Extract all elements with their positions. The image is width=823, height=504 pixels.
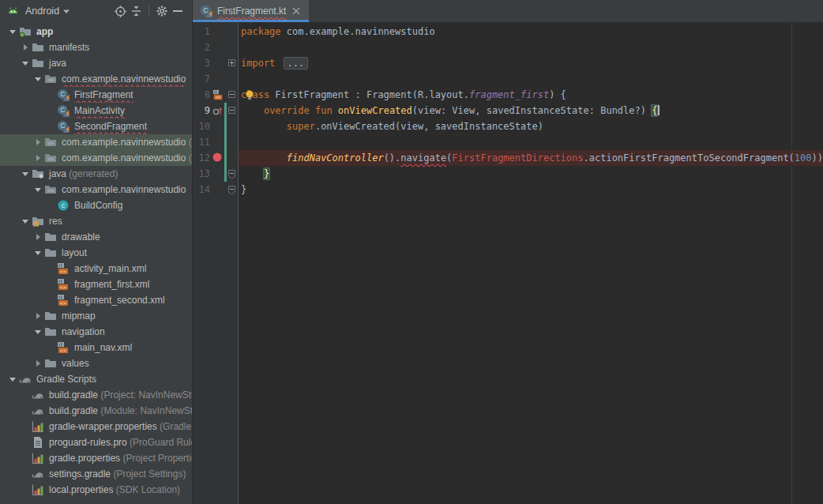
xml-icon: <>: [57, 294, 71, 307]
code-text[interactable]: findNavController().navigate(FirstFragme…: [239, 150, 823, 166]
tree-item-gradle-scripts[interactable]: Gradle Scripts: [0, 371, 192, 387]
tree-item-com-example-navinnewstudio[interactable]: com.example.navinnewstudio: [0, 71, 192, 87]
gutter-slot: [210, 24, 226, 39]
chevron-expanded-icon[interactable]: [32, 245, 44, 261]
tree-item-drawable[interactable]: drawable: [0, 229, 192, 245]
intention-bulb-icon[interactable]: [244, 89, 255, 100]
code-text[interactable]: [239, 39, 823, 55]
chevron-expanded-icon[interactable]: [32, 182, 44, 197]
fold-marker[interactable]: [226, 55, 239, 71]
chevron-expanded-icon[interactable]: [32, 71, 44, 87]
gradle-icon: [32, 389, 46, 401]
chevron-expanded-icon[interactable]: [6, 24, 19, 39]
fold-marker[interactable]: [226, 182, 239, 197]
tree-item-fragment-second-xml[interactable]: <>fragment_second.xml: [0, 292, 192, 308]
chevron-collapsed-icon[interactable]: [32, 150, 44, 166]
folder-icon: [44, 325, 58, 338]
code-line-14[interactable]: 14}: [193, 182, 823, 197]
chevron-expanded-icon[interactable]: [6, 371, 19, 387]
line-number: 12: [193, 150, 210, 166]
project-view-selector[interactable]: Android: [25, 6, 59, 17]
code-editor[interactable]: 1package com.example.navinnewstudio23imp…: [193, 22, 823, 504]
chevron-collapsed-icon[interactable]: [32, 229, 44, 245]
chevron-expanded-icon[interactable]: [19, 166, 32, 182]
code-text[interactable]: }: [239, 166, 823, 182]
tree-item-com-example-navinnewstudio[interactable]: com.example.navinnewstudio (: [0, 134, 192, 150]
fold-marker[interactable]: [226, 87, 239, 103]
tree-item-values[interactable]: values: [0, 355, 192, 371]
tree-item-gradle-wrapper-properties[interactable]: gradle-wrapper.properties (Gradle V: [0, 419, 192, 434]
code-text[interactable]: super.onViewCreated(view, savedInstanceS…: [239, 118, 823, 134]
line-number: 11: [193, 134, 210, 150]
fold-marker[interactable]: [226, 166, 239, 182]
line-number: 14: [193, 182, 210, 197]
code-line-10[interactable]: 10 super.onViewCreated(view, savedInstan…: [193, 118, 823, 134]
chevron-collapsed-icon[interactable]: [32, 134, 44, 150]
code-line-3[interactable]: 3import ...: [193, 55, 823, 71]
code-line-11[interactable]: 11: [193, 134, 823, 150]
chevron-collapsed-icon[interactable]: [32, 308, 44, 324]
tab-label: FirstFragment.kt: [217, 6, 286, 17]
chevron-collapsed-icon[interactable]: [32, 355, 44, 371]
code-line-7[interactable]: 7: [193, 71, 823, 87]
chevron-expanded-icon[interactable]: [19, 55, 32, 71]
tree-item-settings-gradle[interactable]: settings.gradle (Project Settings): [0, 466, 192, 482]
tree-item-res[interactable]: res: [0, 213, 192, 229]
tree-item-main-nav-xml[interactable]: <>main_nav.xml: [0, 340, 192, 355]
tree-item-java[interactable]: java (generated): [0, 166, 192, 182]
code-line-9[interactable]: 9 override fun onViewCreated(view: View,…: [193, 103, 823, 118]
close-tab-icon[interactable]: [291, 6, 302, 17]
code-line-13[interactable]: 13 }: [193, 166, 823, 182]
tree-item-java[interactable]: java: [0, 55, 192, 71]
folder-app-icon: [19, 25, 33, 38]
no-arrow: [44, 276, 57, 292]
tree-item-layout[interactable]: layout: [0, 245, 192, 261]
tree-item-build-gradle[interactable]: build.gradle (Project: NavInNewStu: [0, 387, 192, 403]
code-text[interactable]: }: [239, 182, 823, 197]
code-text[interactable]: override fun onViewCreated(view: View, s…: [239, 103, 823, 118]
tree-item-activity-main-xml[interactable]: <>activity_main.xml: [0, 261, 192, 276]
collapse-all-button[interactable]: [128, 3, 144, 19]
fold-marker[interactable]: [226, 103, 239, 118]
tree-item-local-properties[interactable]: local.properties (SDK Location): [0, 482, 192, 498]
code-line-12[interactable]: 12 findNavController().navigate(FirstFra…: [193, 150, 823, 166]
breakpoint-icon[interactable]: [210, 150, 226, 166]
tree-item-secondfragment[interactable]: CSecondFragment: [0, 118, 192, 134]
chevron-collapsed-icon[interactable]: [19, 39, 32, 55]
folder-icon: [32, 57, 46, 70]
svg-text:C: C: [60, 106, 65, 114]
tree-item-gradle-properties[interactable]: gradle.properties (Project Propertie: [0, 450, 192, 466]
tree-item-mainactivity[interactable]: CMainActivity: [0, 103, 192, 118]
chevron-down-icon[interactable]: [62, 5, 72, 17]
code-line-8[interactable]: 8<>class FirstFragment : Fragment(R.layo…: [193, 87, 823, 103]
locate-file-button[interactable]: [112, 3, 128, 19]
line-number: 3: [193, 55, 210, 71]
code-text[interactable]: [239, 134, 823, 150]
hide-panel-button[interactable]: [170, 3, 186, 19]
editor-tab-bar: C FirstFragment.kt: [193, 0, 823, 22]
tab-firstfragment-kt[interactable]: C FirstFragment.kt: [193, 0, 309, 22]
tree-item-mipmap[interactable]: mipmap: [0, 308, 192, 324]
tree-item-app[interactable]: app: [0, 24, 192, 39]
code-line-2[interactable]: 2: [193, 39, 823, 55]
code-text[interactable]: [239, 71, 823, 87]
tree-item-com-example-navinnewstudio[interactable]: com.example.navinnewstudio (: [0, 150, 192, 166]
code-text[interactable]: class FirstFragment : Fragment(R.layout.…: [239, 87, 823, 103]
settings-gear-button[interactable]: [154, 3, 170, 19]
tree-item-build-gradle[interactable]: build.gradle (Module: NavInNewSt: [0, 403, 192, 419]
tree-item-firstfragment[interactable]: CFirstFragment: [0, 87, 192, 103]
tree-item-proguard-rules-pro[interactable]: proguard-rules.pro (ProGuard Rule: [0, 434, 192, 450]
tree-item-com-example-navinnewstudio[interactable]: com.example.navinnewstudio: [0, 182, 192, 197]
tree-item-fragment-first-xml[interactable]: <>fragment_first.xml: [0, 276, 192, 292]
tree-item-manifests[interactable]: manifests: [0, 39, 192, 55]
no-arrow: [44, 87, 57, 103]
folder-icon: [32, 41, 46, 54]
chevron-expanded-icon[interactable]: [19, 213, 32, 229]
code-line-1[interactable]: 1package com.example.navinnewstudio: [193, 24, 823, 39]
folder-icon: [44, 246, 58, 259]
tree-item-navigation[interactable]: navigation: [0, 324, 192, 340]
chevron-expanded-icon[interactable]: [32, 324, 44, 340]
code-text[interactable]: package com.example.navinnewstudio: [239, 24, 823, 39]
tree-item-buildconfig[interactable]: cBuildConfig: [0, 197, 192, 213]
code-text[interactable]: import ...: [239, 55, 823, 71]
